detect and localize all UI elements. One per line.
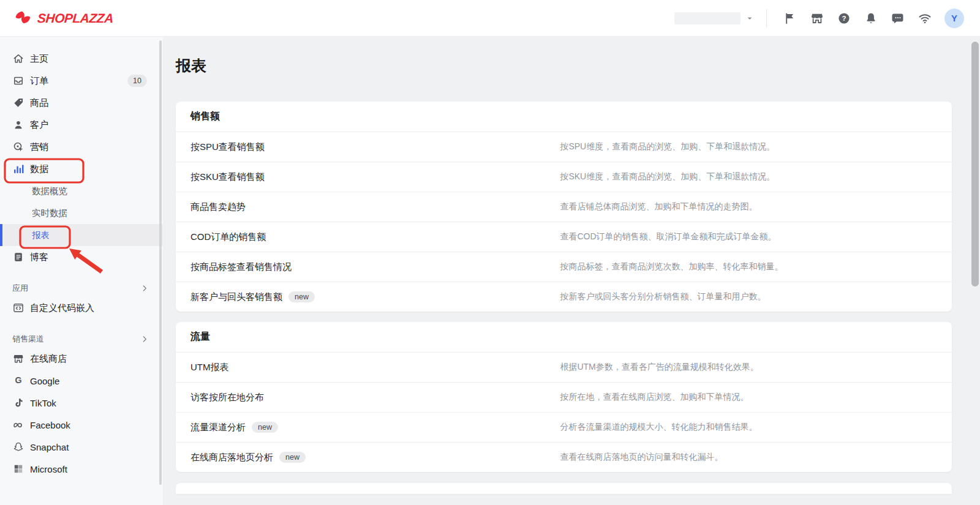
tag-icon xyxy=(12,97,24,109)
sidebar-item-snapchat[interactable]: Snapchat xyxy=(0,436,163,458)
google-icon: G xyxy=(12,375,24,387)
facebook-icon-wrap xyxy=(12,419,24,431)
tiktok-icon xyxy=(12,397,24,409)
sidebar-item-label: 在线商店 xyxy=(30,353,67,365)
report-row[interactable]: 按SPU查看销售额 按SPU维度，查看商品的浏览、加购、下单和退款情况。 xyxy=(176,132,952,162)
notifications-icon xyxy=(864,11,878,26)
sidebar-nav: 主页订单10商品客户营销数据数据概览实时数据报表博客应用 自定义代码嵌入销售渠道… xyxy=(0,37,163,480)
page-title: 报表 xyxy=(176,57,952,74)
report-row-left: 流量渠道分析 new xyxy=(190,422,560,433)
chevron-right-icon xyxy=(140,334,149,344)
report-row[interactable]: 流量渠道分析 new 分析各流量渠道的规模大小、转化能力和销售结果。 xyxy=(176,412,952,442)
brand-name: SHOPLAZZA xyxy=(37,11,114,26)
sidebar-item-marketing[interactable]: 营销 xyxy=(0,136,163,158)
sidebar-item-products[interactable]: 商品 xyxy=(0,92,163,114)
store-button[interactable] xyxy=(810,11,824,26)
report-name: 新客户与回头客销售额 xyxy=(190,291,282,303)
google-icon-wrap: G xyxy=(12,375,24,387)
brand-logo[interactable]: SHOPLAZZA xyxy=(15,9,113,28)
report-card-1: 流量 UTM报表 根据UTM参数，查看各广告的流量规模和转化效果。 访客按所在地… xyxy=(176,322,952,472)
report-desc: 分析各流量渠道的规模大小、转化能力和销售结果。 xyxy=(560,422,757,433)
messages-icon xyxy=(891,11,905,26)
sidebar-item-facebook[interactable]: Facebook xyxy=(0,414,163,436)
page-scrollbar[interactable] xyxy=(971,42,979,286)
sidebar-item-label: 自定义代码嵌入 xyxy=(30,302,94,314)
report-row[interactable]: 商品售卖趋势 查看店铺总体商品浏览、加购和下单情况的走势图。 xyxy=(176,192,952,222)
chevron-icon xyxy=(140,283,149,293)
sidebar-item-label: 实时数据 xyxy=(32,208,67,219)
report-card-0: 销售额 按SPU查看销售额 按SPU维度，查看商品的浏览、加购、下单和退款情况。… xyxy=(176,102,952,312)
sidebar-item-microsoft[interactable]: Microsoft xyxy=(0,458,163,480)
report-desc: 查看店铺总体商品浏览、加购和下单情况的走势图。 xyxy=(560,201,757,212)
report-row-left: 商品售卖趋势 xyxy=(190,201,560,213)
report-row-left: 按SKU查看销售额 xyxy=(190,171,560,183)
sidebar-section-sales-channels[interactable]: 销售渠道 xyxy=(0,331,163,348)
report-row[interactable]: 新客户与回头客销售额 new 按新客户或回头客分别分析销售额、订单量和用户数。 xyxy=(176,282,952,312)
orders-icon-wrap xyxy=(12,75,24,87)
sidebar-scrollbar[interactable] xyxy=(159,40,162,485)
report-row[interactable]: 按商品标签查看销售情况 按商品标签，查看商品浏览次数、加购率、转化率和销量。 xyxy=(176,252,952,282)
notifications-button[interactable] xyxy=(864,11,878,26)
report-row[interactable]: 在线商店落地页分析 new 查看在线商店落地页的访问量和转化漏斗。 xyxy=(176,442,952,472)
card-section-title: 销售额 xyxy=(176,102,952,132)
sidebar-item-orders[interactable]: 订单10 xyxy=(0,70,163,92)
sidebar-item-label: 数据 xyxy=(30,163,48,175)
sidebar-item-data[interactable]: 数据 xyxy=(0,158,163,180)
report-name: 在线商店落地页分析 xyxy=(190,452,273,463)
messages-button[interactable] xyxy=(891,11,905,26)
top-header: SHOPLAZZA ? Y xyxy=(0,0,980,37)
sidebar-item-reports[interactable]: 报表 xyxy=(0,224,163,246)
report-row-left: 按商品标签查看销售情况 xyxy=(190,261,560,273)
blog-icon xyxy=(12,251,24,263)
customers-icon-wrap xyxy=(12,119,24,131)
header-icon-group: ? xyxy=(777,11,938,26)
svg-text:G: G xyxy=(15,375,21,385)
network-button[interactable] xyxy=(918,11,932,26)
store-selector[interactable] xyxy=(674,12,755,24)
report-name: 访客按所在地分布 xyxy=(190,392,264,403)
shoplazza-logo-icon xyxy=(15,9,33,28)
flag-button[interactable] xyxy=(783,11,797,26)
network-icon xyxy=(918,11,932,26)
report-name: 按商品标签查看销售情况 xyxy=(190,261,292,273)
report-desc: 按SPU维度，查看商品的浏览、加购、下单和退款情况。 xyxy=(560,141,775,152)
sidebar-item-label: 主页 xyxy=(30,53,48,65)
report-row-left: 在线商店落地页分析 new xyxy=(190,452,560,463)
sidebar-item-online-store[interactable]: 在线商店 xyxy=(0,348,163,370)
new-badge: new xyxy=(288,291,315,303)
home-icon xyxy=(12,53,24,65)
sidebar-item-custom-code-embed[interactable]: 自定义代码嵌入 xyxy=(0,297,163,319)
data-icon xyxy=(12,163,24,175)
sidebar-item-data-overview[interactable]: 数据概览 xyxy=(0,180,163,202)
avatar[interactable]: Y xyxy=(944,9,964,28)
report-row[interactable]: UTM报表 根据UTM参数，查看各广告的流量规模和转化效果。 xyxy=(176,352,952,382)
caret-down-icon xyxy=(744,13,755,24)
report-desc: 按商品标签，查看商品浏览次数、加购率、转化率和销量。 xyxy=(560,261,783,272)
sidebar-item-label: 博客 xyxy=(30,252,48,263)
main-content: 报表 销售额 按SPU查看销售额 按SPU维度，查看商品的浏览、加购、下单和退款… xyxy=(163,37,980,505)
sidebar-item-google[interactable]: GGoogle xyxy=(0,370,163,392)
report-row[interactable]: 访客按所在地分布 按所在地，查看在线商店浏览、加购和下单情况。 xyxy=(176,382,952,412)
report-row[interactable]: COD订单的销售额 查看COD订单的销售额、取消订单金额和完成订单金额。 xyxy=(176,222,952,252)
sidebar-item-home[interactable]: 主页 xyxy=(0,48,163,70)
sidebar: 主页订单10商品客户营销数据数据概览实时数据报表博客应用 自定义代码嵌入销售渠道… xyxy=(0,37,163,505)
sidebar-item-label: 客户 xyxy=(30,119,48,131)
help-button[interactable]: ? xyxy=(837,11,851,26)
header-controls: ? Y xyxy=(674,9,964,28)
store-icon-wrap xyxy=(12,353,24,365)
sidebar-section-apps[interactable]: 应用 xyxy=(0,280,163,297)
marketing-icon-wrap xyxy=(12,141,24,153)
tiktok-icon-wrap xyxy=(12,397,24,409)
sidebar-item-label: 数据概览 xyxy=(32,185,67,197)
sidebar-item-blog[interactable]: 博客 xyxy=(0,246,163,268)
sidebar-item-label: Snapchat xyxy=(30,442,69,452)
header-divider xyxy=(766,9,767,28)
sidebar-item-tiktok[interactable]: TikTok xyxy=(0,392,163,414)
card-section-title: 流量 xyxy=(176,322,952,352)
snapchat-icon xyxy=(12,441,24,453)
report-row[interactable]: 按SKU查看销售额 按SKU维度，查看商品的浏览、加购、下单和退款情况。 xyxy=(176,162,952,192)
help-icon: ? xyxy=(837,11,851,26)
sidebar-item-realtime-data[interactable]: 实时数据 xyxy=(0,202,163,224)
sidebar-item-label: 报表 xyxy=(32,230,50,241)
sidebar-item-customers[interactable]: 客户 xyxy=(0,114,163,136)
